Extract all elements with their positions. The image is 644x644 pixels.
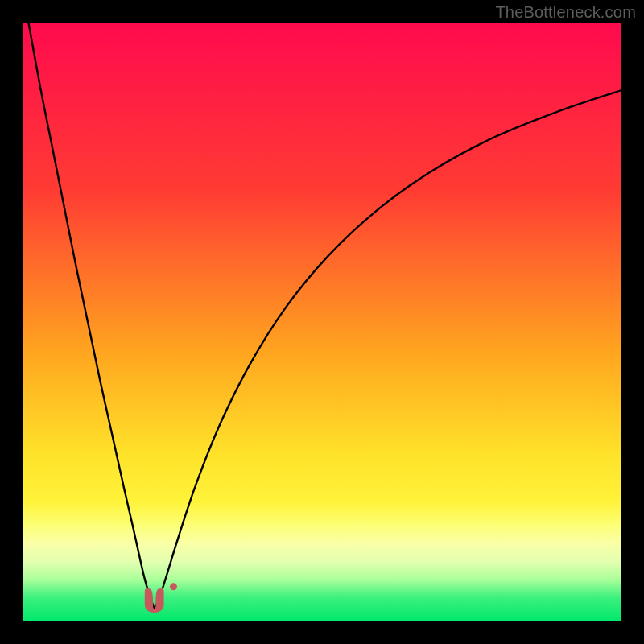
chart-frame: TheBottleneck.com bbox=[0, 0, 644, 644]
plot-area bbox=[23, 23, 621, 621]
watermark-text: TheBottleneck.com bbox=[495, 3, 636, 22]
marker-dot bbox=[170, 583, 177, 590]
chart-svg bbox=[23, 23, 621, 621]
gradient-background bbox=[23, 23, 621, 621]
